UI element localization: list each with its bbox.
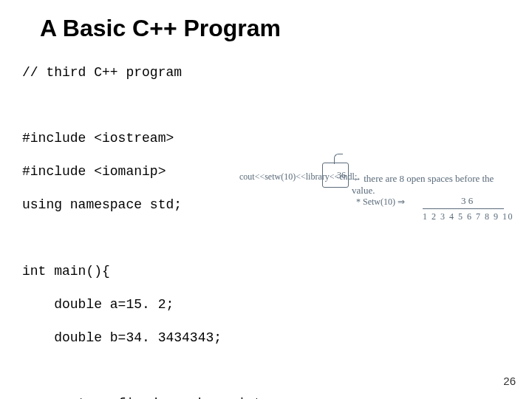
code-line: cout << fixed << showpoint; — [22, 395, 510, 399]
slide-title: A Basic C++ Program — [40, 13, 510, 43]
code-line: double b=34. 3434343; — [22, 330, 510, 347]
annotation-output: 3 6 — [461, 195, 473, 207]
code-line: double a=15. 2; — [22, 296, 510, 313]
blank-line — [22, 98, 510, 114]
page-number: 26 — [503, 375, 516, 389]
code-line: int main(){ — [22, 263, 510, 280]
annotation-setw: * Setw(10) ⇒ — [356, 197, 405, 208]
code-line: // third C++ program — [22, 64, 510, 81]
blank-line — [22, 363, 510, 379]
code-line: #include <iostream> — [22, 130, 510, 147]
annotation-arrow-text: → there are 8 open spaces before the val… — [352, 173, 513, 197]
annotation-underline — [423, 208, 504, 209]
handwritten-annotation: cout<<setw(10)<<library<<endl; 36 → ther… — [239, 167, 513, 233]
annotation-box: 36 — [322, 163, 349, 188]
annotation-positions: 1 2 3 4 5 6 7 8 9 10 — [423, 211, 514, 222]
